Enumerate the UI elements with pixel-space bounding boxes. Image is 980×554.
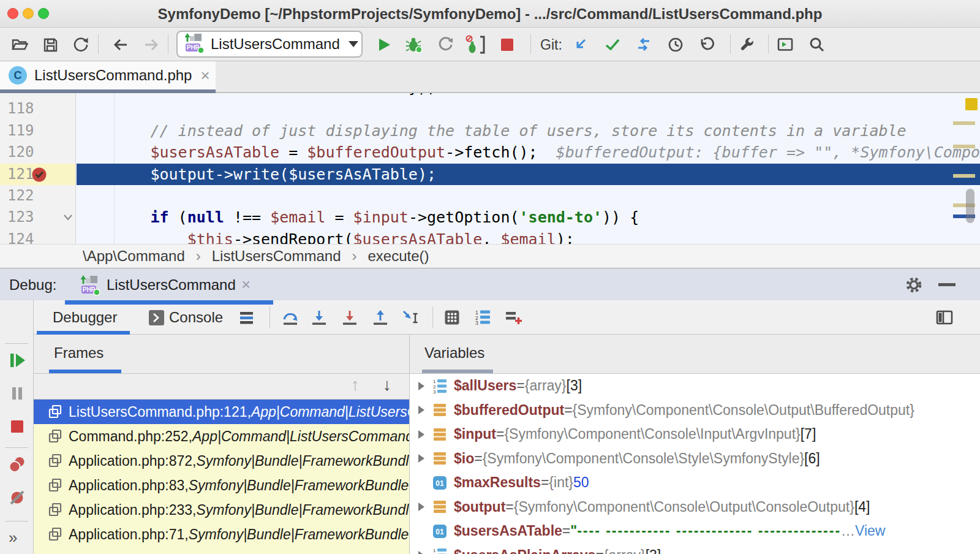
variables-list[interactable]: 123$allUsers = {array} [3]$bufferedOutpu… — [409, 374, 980, 554]
variables-panel-header[interactable]: Variables — [409, 335, 980, 374]
code-area[interactable]: }); // instead of just displaying the ta… — [77, 93, 980, 244]
gutter-line[interactable]: 119 — [0, 120, 75, 142]
gear-icon[interactable] — [905, 276, 922, 296]
gutter-line[interactable]: 120 — [0, 142, 75, 163]
sync-icon[interactable] — [72, 36, 90, 54]
variable-text: $output — [454, 499, 505, 515]
new-watch-icon[interactable] — [503, 308, 523, 327]
git-update-icon[interactable] — [572, 36, 590, 54]
tab-console[interactable]: Console — [169, 305, 223, 330]
mute-breakpoints-icon[interactable] — [7, 488, 27, 507]
warning-stripe-mark[interactable] — [953, 121, 975, 125]
attach-debugger-icon[interactable] — [464, 36, 488, 54]
open-folder-icon[interactable] — [10, 36, 29, 54]
breakpoint-icon[interactable] — [31, 166, 48, 183]
resume-icon[interactable] — [7, 351, 27, 370]
close-icon[interactable]: × — [241, 268, 251, 301]
gutter-line[interactable]: 124 — [0, 229, 75, 244]
gutter-line[interactable]: 122 — [0, 185, 75, 207]
stack-frame-row[interactable]: ListUsersCommand.php:121, App|Command|Li… — [34, 400, 409, 424]
stop-icon[interactable] — [7, 417, 27, 436]
pause-icon[interactable] — [7, 384, 27, 403]
step-over-icon[interactable] — [281, 308, 300, 327]
evaluate-expression-icon[interactable] — [442, 308, 462, 327]
variable-row[interactable]: $io = {Symfony\Component\Console\Style\S… — [410, 447, 980, 471]
more-actions-button[interactable]: » — [9, 528, 17, 547]
expand-arrow-icon[interactable] — [418, 430, 424, 439]
expand-arrow-icon[interactable] — [418, 503, 424, 511]
stack-frame-row[interactable]: Application.php:71, Symfony|Bundle|Frame… — [34, 522, 409, 547]
minimize-window-button[interactable] — [23, 8, 34, 19]
run-button[interactable] — [375, 36, 393, 54]
frames-panel-header[interactable]: Frames — [34, 335, 409, 374]
variable-text: {Symfony\Component\Console\Output\Buffer… — [573, 402, 914, 419]
layout-options-icon[interactable] — [236, 308, 256, 327]
forward-icon[interactable] — [142, 36, 160, 54]
variable-row[interactable]: $output = {Symfony\Component\Console\Out… — [410, 495, 980, 520]
gutter-line[interactable]: 123 — [0, 207, 75, 228]
restore-layout-icon[interactable] — [935, 308, 954, 327]
variable-row[interactable]: $bufferedOutput = {Symfony\Component\Con… — [410, 398, 980, 423]
history-icon[interactable] — [666, 36, 685, 54]
warning-stripe-mark[interactable] — [953, 145, 975, 148]
previous-frame-icon[interactable]: ↑ — [351, 375, 360, 395]
stack-frame-row[interactable]: Command.php:252, App|Command|ListUsersCo… — [34, 424, 409, 449]
git-merge-icon[interactable] — [635, 36, 653, 54]
maximize-window-button[interactable] — [38, 8, 49, 19]
run-config-selector[interactable]: PHP ListUsersCommand — [176, 31, 363, 58]
run-with-coverage-icon[interactable] — [437, 36, 455, 54]
breadcrumb-class[interactable]: ListUsersCommand — [212, 248, 341, 265]
editor-tab[interactable]: C ListUsersCommand.php × — [0, 61, 216, 89]
expand-arrow-icon[interactable] — [418, 382, 424, 390]
breadcrumb-separator: › — [196, 248, 201, 265]
debug-button[interactable] — [405, 36, 423, 54]
stack-frame-row[interactable]: Application.php:872, Symfony|Bundle|Fram… — [34, 449, 409, 473]
wrench-icon[interactable] — [738, 36, 756, 54]
force-step-into-icon[interactable] — [340, 308, 360, 327]
next-frame-icon[interactable]: ↓ — [383, 375, 391, 395]
breadcrumb-method[interactable]: execute() — [368, 248, 429, 265]
editor-scrollbar[interactable] — [966, 189, 974, 223]
step-into-icon[interactable] — [309, 308, 329, 327]
variable-row[interactable]: 01$maxResults = {int} 50 — [410, 471, 980, 495]
gutter-line[interactable]: 121 — [0, 164, 75, 185]
variable-text: $maxResults — [454, 474, 541, 491]
variable-row[interactable]: 01$usersAsATable = " ---- ----------- --… — [410, 519, 980, 544]
code-editor[interactable]: 118119120121122123124 }); // instead of … — [0, 93, 980, 244]
editor-gutter[interactable]: 118119120121122123124 — [0, 93, 76, 244]
expand-arrow-icon[interactable] — [418, 551, 424, 554]
debug-session-tab[interactable]: ListUsersCommand — [107, 268, 236, 301]
variable-text: = — [496, 426, 504, 442]
warning-stripe-mark[interactable] — [953, 174, 975, 178]
close-icon[interactable]: × — [200, 66, 209, 85]
save-icon[interactable] — [41, 36, 59, 54]
close-window-button[interactable] — [7, 8, 18, 19]
fold-region-icon[interactable] — [62, 213, 74, 222]
step-out-icon[interactable] — [371, 308, 390, 327]
stack-frame-row[interactable]: Application.php:83, Symfony|Bundle|Frame… — [34, 473, 409, 498]
search-icon[interactable] — [808, 36, 826, 54]
hide-toolwindow-icon[interactable] — [938, 283, 956, 286]
variable-row[interactable]: 123$usersAsPlainArrays = {array} [3] — [410, 544, 980, 554]
console-tab-icon[interactable] — [146, 308, 166, 327]
tab-debugger[interactable]: Debugger — [53, 305, 117, 330]
breadcrumb-namespace[interactable]: \App\Command — [83, 248, 185, 265]
view-breakpoints-icon[interactable] — [7, 455, 27, 474]
expand-arrow-icon[interactable] — [418, 454, 424, 463]
stack-frame-row[interactable]: Application.php:233, Symfony|Bundle|Fram… — [34, 498, 409, 522]
rollback-icon[interactable] — [698, 36, 716, 54]
run-to-cursor-icon[interactable] — [401, 308, 421, 327]
stop-button[interactable] — [498, 36, 516, 54]
expand-arrow-icon[interactable] — [418, 406, 424, 414]
gutter-line[interactable] — [0, 93, 75, 98]
variable-row[interactable]: 123$allUsers = {array} [3] — [410, 374, 980, 398]
threads-view-icon[interactable]: 123 — [473, 308, 492, 327]
frames-list[interactable]: ListUsersCommand.php:121, App|Command|Li… — [34, 400, 409, 554]
run-anything-icon[interactable] — [776, 36, 794, 54]
variable-row[interactable]: $input = {Symfony\Component\Console\Inpu… — [410, 422, 980, 447]
git-commit-icon[interactable] — [603, 36, 622, 54]
back-icon[interactable] — [111, 36, 130, 54]
gutter-line[interactable]: 118 — [0, 98, 75, 120]
view-value-link[interactable]: View — [855, 523, 885, 539]
inspections-status-icon[interactable] — [965, 98, 978, 110]
